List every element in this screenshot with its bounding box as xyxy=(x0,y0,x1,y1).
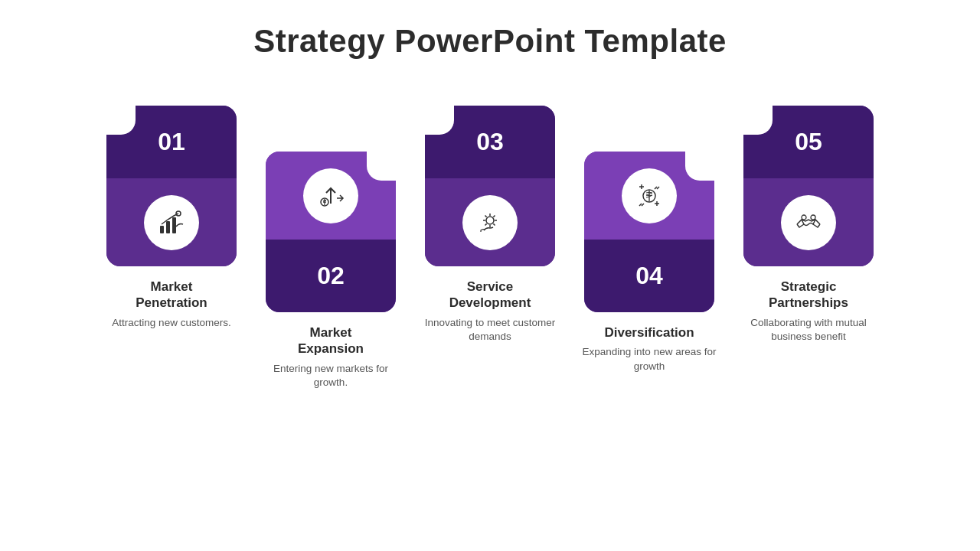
penetration-icon xyxy=(156,207,187,238)
card-2-number: 02 xyxy=(317,262,345,290)
card-1: 01 xyxy=(103,106,240,330)
svg-point-7 xyxy=(802,215,806,220)
card-4-icon-circle xyxy=(622,168,677,223)
card-2-title: MarketExpansion xyxy=(262,324,400,357)
card-2-desc: Entering new markets for growth. xyxy=(262,362,400,391)
card-5-title: StrategicPartnerships xyxy=(740,279,877,311)
card-2-bottom: 02 xyxy=(266,240,396,312)
svg-point-8 xyxy=(811,215,815,220)
card-3-desc: Innovating to meet customer demands xyxy=(421,316,559,345)
card-1-top: 01 xyxy=(106,106,237,178)
partnerships-icon xyxy=(793,207,824,238)
card-5-text: StrategicPartnerships Collaborating with… xyxy=(740,279,877,344)
card-4-number: 04 xyxy=(635,262,663,290)
card-5-shape: 05 xyxy=(743,106,874,266)
card-4-shape: 04 xyxy=(584,152,714,312)
card-4-top xyxy=(584,152,714,240)
card-1-desc: Attracting new customers. xyxy=(103,316,240,331)
card-3-top: 03 xyxy=(425,106,555,178)
card-5-number: 05 xyxy=(795,128,822,156)
card-5-icon-circle xyxy=(781,195,836,250)
card-1-title: MarketPenetration xyxy=(103,279,240,311)
card-2-icon-circle xyxy=(303,168,358,223)
expansion-icon xyxy=(315,181,346,211)
card-4-bottom: 04 xyxy=(584,240,714,312)
svg-rect-1 xyxy=(166,221,170,233)
card-3-text: ServiceDevelopment Innovating to meet cu… xyxy=(421,279,559,344)
card-2-shape: 02 xyxy=(266,152,396,312)
card-2: 02 MarketExpansion Entering new markets … xyxy=(262,152,400,390)
card-2-text: MarketExpansion Entering new markets for… xyxy=(262,324,400,390)
card-3-number: 03 xyxy=(476,128,504,156)
card-1-text: MarketPenetration Attracting new custome… xyxy=(103,279,240,330)
slide: Strategy PowerPoint Template 01 xyxy=(0,0,980,551)
card-5-desc: Collaborating with mutual business benef… xyxy=(740,316,877,345)
card-5-top: 05 xyxy=(743,106,874,178)
card-3-shape: 03 xyxy=(425,106,555,266)
card-1-number: 01 xyxy=(158,128,185,156)
card-2-top xyxy=(266,152,396,240)
card-5-bottom xyxy=(743,178,874,266)
svg-rect-2 xyxy=(172,217,176,233)
card-5: 05 xyxy=(740,106,877,344)
card-3-bottom xyxy=(425,178,555,266)
card-3-icon-circle xyxy=(462,195,518,250)
card-1-icon-circle xyxy=(144,195,199,250)
card-4-text: Diversification Expanding into new areas… xyxy=(580,324,718,374)
svg-rect-0 xyxy=(160,226,164,233)
card-4: 04 Diversification Expanding into new ar… xyxy=(580,152,718,374)
cards-container: 01 xyxy=(31,106,949,390)
card-1-bottom xyxy=(106,178,237,266)
page-title: Strategy PowerPoint Template xyxy=(253,23,727,60)
card-4-title: Diversification xyxy=(580,324,718,341)
card-1-shape: 01 xyxy=(106,106,237,266)
card-3-title: ServiceDevelopment xyxy=(421,279,559,311)
service-icon xyxy=(475,207,505,238)
card-3: 03 ServiceDevelopment xyxy=(421,106,559,344)
diversification-icon xyxy=(634,181,665,211)
card-4-desc: Expanding into new areas for growth xyxy=(580,345,718,374)
svg-point-5 xyxy=(486,217,494,224)
